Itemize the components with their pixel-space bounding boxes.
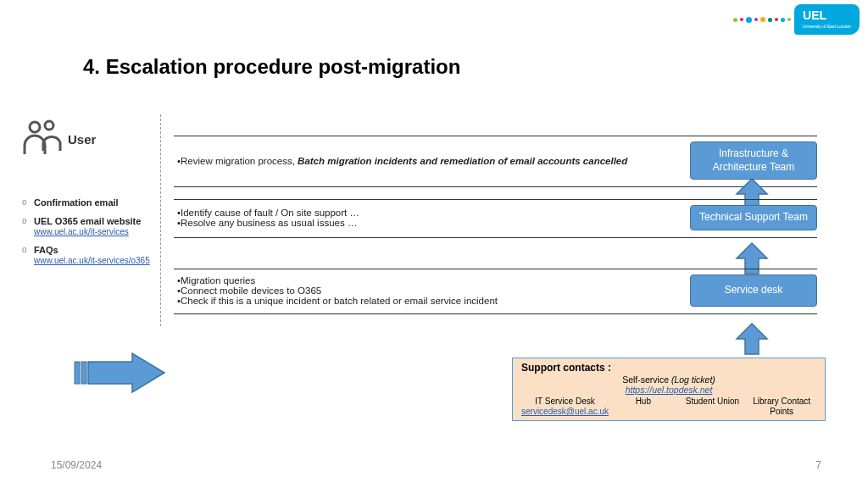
support-col-library: Library Contact Points <box>747 396 816 417</box>
page-title: 4. Escalation procedure post-migration <box>83 55 460 79</box>
footer-page: 7 <box>815 459 821 471</box>
team-box-infrastructure: Infrastructure & Architecture Team <box>690 141 817 180</box>
arrow-right-icon <box>73 352 166 394</box>
support-col-servicedesk: IT Service Desk servicedesk@uel.ac.uk <box>521 396 609 417</box>
team-box-servicedesk: Service desk <box>690 274 817 307</box>
sidebar: User Confirmation email UEL O365 email w… <box>22 119 158 274</box>
uel-logo: UEL University of East London <box>733 4 860 35</box>
support-col-hub: Hub <box>609 396 678 417</box>
support-col-link[interactable]: servicedesk@uel.ac.uk <box>521 407 609 416</box>
sidebar-link-faqs[interactable]: www.uel.ac.uk/it-services/o365 <box>34 256 150 265</box>
footer-date: 15/09/2024 <box>51 459 102 471</box>
tier-text: •Review migration process, Batch migrati… <box>174 156 690 166</box>
users-icon <box>22 119 63 159</box>
vertical-divider <box>160 114 161 326</box>
tier-technical: •Identify cause of fault / On site suppo… <box>174 199 817 238</box>
tier-text-bold: Batch migration incidents and remediatio… <box>298 156 627 166</box>
svg-point-0 <box>30 122 40 132</box>
logo-name: UEL <box>803 9 851 21</box>
support-self-service: Self-service (Log ticket) https://uel.to… <box>521 374 816 395</box>
tier-servicedesk: •Migration queries •Connect mobile devic… <box>174 269 817 314</box>
tier-text-prefix: •Review migration process, <box>177 156 298 166</box>
tier-line: •Identify cause of fault / On site suppo… <box>177 208 682 218</box>
support-self-label: Self-service <box>622 374 671 385</box>
svg-rect-5 <box>75 362 80 384</box>
support-contacts-box: Support contacts : Self-service (Log tic… <box>512 358 826 421</box>
support-self-link[interactable]: https://uel.topdesk.net <box>626 385 713 395</box>
tier-line: •Connect mobile devices to O365 <box>177 286 682 296</box>
user-block: User <box>22 119 158 159</box>
sidebar-link-website[interactable]: www.uel.ac.uk/it-services <box>34 227 129 236</box>
sidebar-item-label: UEL O365 email website <box>34 216 141 226</box>
logo-subtitle: University of East London <box>803 24 851 29</box>
tier-line: •Check if this is a unique incident or b… <box>177 296 682 306</box>
svg-marker-7 <box>88 353 164 392</box>
sidebar-item-website: UEL O365 email website www.uel.ac.uk/it-… <box>22 216 158 236</box>
sidebar-item-faqs: FAQs www.uel.ac.uk/it-services/o365 <box>22 245 158 265</box>
arrow-up-icon <box>733 322 771 356</box>
logo-dots <box>733 17 791 23</box>
svg-marker-4 <box>737 324 767 354</box>
sidebar-item-label: FAQs <box>34 245 58 255</box>
support-col-student-union: Student Union <box>678 396 748 417</box>
tier-text: •Migration queries •Connect mobile devic… <box>174 275 690 306</box>
tier-line: •Resolve any business as usual issues … <box>177 218 682 228</box>
svg-point-1 <box>45 121 53 130</box>
support-col-label: IT Service Desk <box>535 396 594 406</box>
tier-text: •Identify cause of fault / On site suppo… <box>174 208 690 228</box>
user-label: User <box>68 132 96 147</box>
sidebar-item-label: Confirmation email <box>34 197 119 208</box>
tier-infrastructure: •Review migration process, Batch migrati… <box>174 136 817 187</box>
svg-rect-6 <box>81 362 86 384</box>
tier-line: •Migration queries <box>177 275 682 286</box>
sidebar-item-confirmation: Confirmation email <box>22 197 158 208</box>
support-columns: IT Service Desk servicedesk@uel.ac.uk Hu… <box>521 396 816 417</box>
support-title: Support contacts : <box>521 362 816 374</box>
logo-badge: UEL University of East London <box>794 4 860 35</box>
team-box-technical: Technical Support Team <box>690 205 817 230</box>
support-self-note: (Log ticket) <box>671 374 715 385</box>
